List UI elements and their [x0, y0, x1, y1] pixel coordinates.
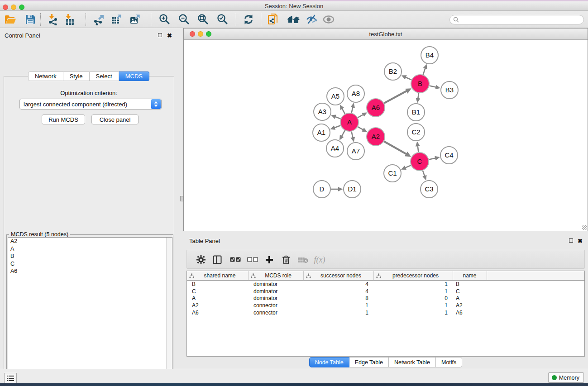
graph-node-B[interactable]: B [411, 75, 429, 93]
save-session-icon[interactable] [24, 13, 37, 26]
show-graphics-details-icon[interactable] [322, 13, 335, 26]
graph-node-A7[interactable]: A7 [347, 143, 364, 160]
tab-node-table[interactable]: Node Table [309, 357, 349, 367]
mcds-result-item[interactable]: C [8, 260, 172, 268]
graph-edge-A-A1[interactable] [335, 125, 340, 128]
column-header-shared-name[interactable]: shared name [187, 271, 249, 280]
graph-edge-A-A6[interactable] [358, 114, 363, 117]
table-row[interactable]: A2connector11A2 [187, 302, 584, 309]
table-row[interactable]: Bdominator41B [187, 281, 584, 288]
mcds-result-list[interactable]: A2ABCA6 [8, 237, 172, 386]
graph-node-A5[interactable]: A5 [327, 88, 344, 105]
close-panel-button[interactable]: Close panel [91, 114, 139, 124]
zoom-selected-icon[interactable] [215, 13, 229, 26]
table-row[interactable]: Cdominator41C [187, 288, 584, 295]
graph-edge-B-B2[interactable] [406, 77, 411, 80]
graph-edge-A6-B[interactable] [384, 91, 406, 103]
new-network-from-selection-icon[interactable] [267, 13, 280, 26]
graph-edge-C-C3[interactable] [423, 171, 425, 176]
zoom-fit-icon[interactable] [196, 13, 210, 26]
tab-edge-table[interactable]: Edge Table [349, 357, 389, 367]
network-graph[interactable]: B4B2BB3A8A5A6A3B1AC2A1A2A4A7C4CC1C3DD1 [184, 40, 588, 231]
splitter-handle[interactable] [180, 196, 183, 201]
zoom-out-icon[interactable] [177, 13, 191, 26]
graph-node-C2[interactable]: C2 [407, 124, 425, 141]
add-column-icon[interactable] [263, 253, 276, 266]
graph-edge-A-A8[interactable] [352, 107, 353, 113]
graph-edge-A-A7[interactable] [351, 132, 353, 138]
delete-table-icon[interactable] [296, 253, 310, 266]
graph-edge-B-B4[interactable] [423, 68, 425, 75]
zoom-in-icon[interactable] [158, 13, 171, 26]
column-header-successor-nodes[interactable]: successor nodes [304, 271, 374, 280]
graph-node-A6[interactable]: A6 [367, 99, 385, 117]
graph-edge-B-B3[interactable] [430, 86, 436, 87]
graph-node-A2[interactable]: A2 [367, 128, 385, 146]
close-panel-icon[interactable]: ✖ [167, 33, 172, 38]
float-panel-icon[interactable] [158, 33, 162, 37]
graph-node-D1[interactable]: D1 [344, 181, 361, 198]
memory-button[interactable]: Memory [548, 372, 584, 383]
graph-edge-C-C1[interactable] [405, 165, 411, 167]
network-canvas[interactable]: B4B2BB3A8A5A6A3B1AC2A1A2A4A7C4CC1C3DD1 [184, 40, 588, 231]
graph-node-A3[interactable]: A3 [314, 103, 331, 120]
graph-edge-C-C2[interactable] [418, 146, 419, 152]
column-header-predecessor-nodes[interactable]: predecessor nodes [374, 271, 453, 280]
settings-gear-icon[interactable] [194, 253, 208, 266]
panel-layout-icon[interactable] [210, 253, 224, 266]
mcds-result-item[interactable]: A2 [8, 238, 172, 245]
graph-node-A4[interactable]: A4 [326, 140, 344, 157]
hide-graphics-details-icon[interactable] [305, 13, 319, 26]
tab-network-table[interactable]: Network Table [389, 357, 436, 367]
refresh-icon[interactable] [242, 13, 255, 26]
graph-node-C3[interactable]: C3 [421, 181, 438, 198]
tab-motifs[interactable]: Motifs [436, 357, 462, 367]
graph-edge-A-A4[interactable] [342, 130, 345, 136]
export-network-icon[interactable] [92, 13, 106, 26]
tab-style[interactable]: Style [63, 71, 90, 81]
graph-node-A1[interactable]: A1 [313, 124, 330, 141]
graph-node-B2[interactable]: B2 [384, 63, 402, 80]
delete-column-icon[interactable] [279, 253, 293, 266]
graph-node-B3[interactable]: B3 [441, 81, 458, 99]
import-table-icon[interactable] [63, 13, 76, 26]
home-icon[interactable] [287, 13, 300, 26]
table-row[interactable]: Adominator80A [187, 295, 584, 302]
deselect-all-checkboxes-icon[interactable] [246, 253, 259, 266]
tab-mcds[interactable]: MCDS [119, 71, 149, 81]
graph-edge-B-B1[interactable] [418, 93, 419, 99]
graph-node-A8[interactable]: A8 [347, 85, 364, 102]
run-mcds-button[interactable]: Run MCDS [42, 114, 85, 124]
import-network-icon[interactable] [46, 13, 60, 26]
mcds-result-item[interactable]: A6 [8, 267, 172, 275]
scrollbar-track[interactable] [166, 238, 172, 386]
float-table-panel-icon[interactable] [569, 238, 573, 243]
graph-edge-A-A5[interactable] [342, 109, 345, 114]
graph-edge-A2-C[interactable] [384, 141, 406, 154]
resize-grip[interactable] [582, 225, 587, 230]
optimization-criterion-select[interactable]: largest connected component (directed) [19, 99, 162, 110]
export-image-icon[interactable] [129, 13, 142, 26]
graph-edge-A-A3[interactable] [335, 117, 340, 119]
search-input[interactable] [459, 17, 583, 23]
mcds-result-item[interactable]: A [8, 245, 172, 253]
export-table-icon[interactable] [110, 13, 124, 26]
open-session-icon[interactable] [4, 13, 17, 26]
close-table-panel-icon[interactable]: ✖ [578, 239, 583, 243]
column-header-MCDS-role[interactable]: MCDS role [249, 271, 304, 280]
graph-node-B4[interactable]: B4 [421, 47, 438, 64]
tab-select[interactable]: Select [90, 71, 119, 81]
show-panels-list-button[interactable] [4, 373, 17, 383]
table-row[interactable]: A6connector11A6 [187, 309, 584, 316]
tab-network[interactable]: Network [28, 71, 63, 81]
search-box[interactable] [449, 15, 584, 24]
graph-edge-A-A2[interactable] [358, 127, 363, 129]
select-all-checkboxes-icon[interactable] [229, 253, 242, 266]
mcds-result-item[interactable]: B [8, 253, 172, 260]
column-header-name[interactable]: name [453, 271, 487, 280]
graph-node-C1[interactable]: C1 [384, 165, 401, 182]
graph-node-C[interactable]: C [411, 152, 429, 171]
network-window-titlebar[interactable]: testGlobe.txt [184, 29, 588, 40]
graph-node-A[interactable]: A [340, 113, 359, 131]
graph-node-B1[interactable]: B1 [407, 104, 425, 121]
